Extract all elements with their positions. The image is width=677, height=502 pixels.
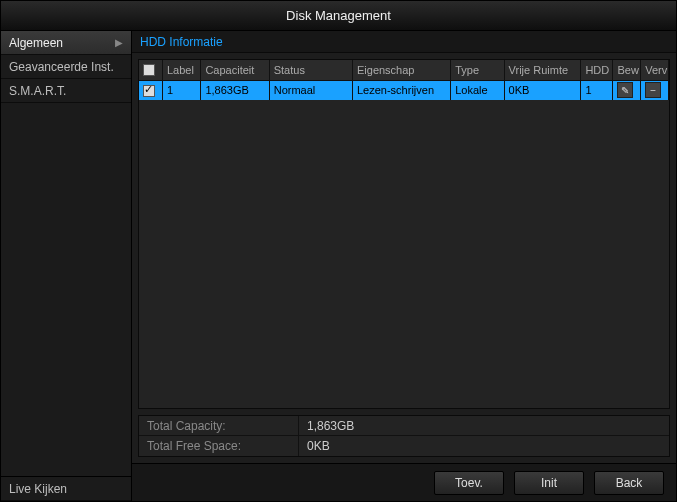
cell-label: 1 (162, 80, 200, 100)
sidebar-item-liveview[interactable]: Live Kijken (1, 477, 131, 501)
cell-capacity: 1,863GB (201, 80, 269, 100)
cell-hdd: 1 (581, 80, 613, 100)
window-title: Disk Management (1, 1, 676, 31)
col-status[interactable]: Status (269, 60, 352, 80)
col-edit[interactable]: Bew (613, 60, 641, 80)
summary-value: 1,863GB (299, 416, 669, 435)
sidebar-item-label: Algemeen (9, 31, 63, 55)
cell-delete[interactable]: − (641, 80, 669, 100)
col-capacity[interactable]: Capaciteit (201, 60, 269, 80)
cell-status: Normaal (269, 80, 352, 100)
sidebar-item-smart[interactable]: S.M.A.R.T. (1, 79, 131, 103)
table-empty-area (139, 100, 669, 408)
sidebar-item-label: Live Kijken (9, 477, 67, 501)
window-body: Algemeen ▶ Geavanceerde Inst. S.M.A.R.T.… (1, 31, 676, 501)
summary-row-capacity: Total Capacity: 1,863GB (139, 416, 669, 436)
cell-checkbox[interactable] (139, 80, 162, 100)
cell-free: 0KB (504, 80, 581, 100)
cell-type: Lokale (451, 80, 504, 100)
summary-box: Total Capacity: 1,863GB Total Free Space… (138, 415, 670, 457)
footer-bar: Toev. Init Back (132, 463, 676, 501)
col-label[interactable]: Label (162, 60, 200, 80)
hdd-table-container: Label Capaciteit Status Eigenschap Type … (138, 59, 670, 409)
edit-icon[interactable]: ✎ (617, 82, 633, 98)
section-title: HDD Informatie (132, 31, 676, 53)
init-button[interactable]: Init (514, 471, 584, 495)
sidebar-item-general[interactable]: Algemeen ▶ (1, 31, 131, 55)
col-type[interactable]: Type (451, 60, 504, 80)
cell-edit[interactable]: ✎ (613, 80, 641, 100)
add-button[interactable]: Toev. (434, 471, 504, 495)
summary-row-free: Total Free Space: 0KB (139, 436, 669, 456)
col-hdd[interactable]: HDD (581, 60, 613, 80)
cell-property: Lezen-schrijven (352, 80, 450, 100)
summary-label: Total Free Space: (139, 436, 299, 456)
main-panel: HDD Informatie Label Capaciteit Status (132, 31, 676, 501)
sidebar-item-label: Geavanceerde Inst. (9, 55, 114, 79)
sidebar-item-label: S.M.A.R.T. (9, 79, 66, 103)
hdd-table: Label Capaciteit Status Eigenschap Type … (139, 60, 669, 100)
table-header-row: Label Capaciteit Status Eigenschap Type … (139, 60, 669, 80)
sidebar-item-advanced[interactable]: Geavanceerde Inst. (1, 55, 131, 79)
disk-management-window: Disk Management Algemeen ▶ Geavanceerde … (0, 0, 677, 502)
table-row[interactable]: 1 1,863GB Normaal Lezen-schrijven Lokale… (139, 80, 669, 100)
col-property[interactable]: Eigenschap (352, 60, 450, 80)
sidebar-footer: Live Kijken (1, 476, 131, 501)
summary-label: Total Capacity: (139, 416, 299, 435)
sidebar-nav: Algemeen ▶ Geavanceerde Inst. S.M.A.R.T. (1, 31, 131, 476)
col-delete[interactable]: Verv (641, 60, 669, 80)
delete-icon[interactable]: − (645, 82, 661, 98)
checkbox-icon[interactable] (143, 64, 155, 76)
col-free[interactable]: Vrije Ruimte (504, 60, 581, 80)
checkbox-checked-icon[interactable] (143, 85, 155, 97)
summary-value: 0KB (299, 436, 669, 456)
chevron-right-icon: ▶ (115, 31, 123, 55)
col-checkbox[interactable] (139, 60, 162, 80)
sidebar: Algemeen ▶ Geavanceerde Inst. S.M.A.R.T.… (1, 31, 132, 501)
back-button[interactable]: Back (594, 471, 664, 495)
